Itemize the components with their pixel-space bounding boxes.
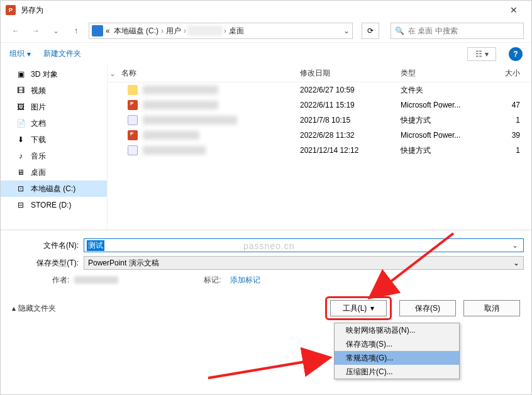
menu-save-options[interactable]: 保存选项(S)...	[335, 337, 459, 351]
save-fields: 文件名(N): 测试 ⌄ 保存类型(T): PowerPoint 演示文稿 ⌄ …	[1, 230, 531, 293]
cancel-button[interactable]: 取消	[463, 300, 520, 316]
col-type[interactable]: 类型	[401, 68, 489, 79]
drive-icon: ⊟	[16, 200, 26, 210]
sidebar-item-music[interactable]: ♪音乐	[1, 148, 107, 164]
nav-row: ← → ⌄ ↑ « 本地磁盘 (C:) › 用户 › › 桌面 ⌄ ⟳ 🔍	[1, 19, 531, 42]
forward-button[interactable]: →	[28, 23, 43, 38]
download-icon: ⬇	[16, 135, 26, 145]
filename-input[interactable]: 测试 ⌄	[84, 238, 524, 252]
refresh-button[interactable]: ⟳	[362, 23, 379, 39]
chevron-right-icon[interactable]: ›	[184, 26, 186, 35]
powerpoint-file-icon	[128, 130, 138, 140]
chevron-right-icon[interactable]: ›	[224, 26, 226, 35]
file-size: 39	[489, 131, 526, 140]
bottom-bar: ▴隐藏文件夹 工具(L)▾ 保存(S) 取消	[1, 293, 531, 323]
column-headers: ⌄ 名称 修改日期 类型 大小	[108, 65, 531, 82]
tags-label: 标记:	[204, 275, 221, 286]
sidebar-item-desktop[interactable]: 🖥桌面	[1, 164, 107, 181]
file-row[interactable]: 2022/6/11 15:19 Microsoft Power... 47	[108, 97, 531, 113]
file-size: 47	[489, 101, 526, 109]
file-row[interactable]: 2021/12/14 12:12 快捷方式 1	[108, 143, 531, 158]
chevron-down-icon[interactable]: ⌄	[513, 259, 519, 267]
chevron-down-icon: ▾	[370, 304, 374, 313]
breadcrumb-seg[interactable]: 用户	[165, 26, 182, 36]
filetype-label: 保存类型(T):	[8, 258, 79, 269]
author-label: 作者:	[52, 275, 69, 286]
cube-icon: ▣	[16, 69, 26, 79]
menu-map-network[interactable]: 映射网络驱动器(N)...	[335, 323, 459, 337]
filename-redacted	[143, 101, 218, 109]
col-name[interactable]: 名称	[118, 68, 300, 79]
expand-toggle-icon[interactable]: ⌄	[108, 69, 118, 78]
file-list: ⌄ 名称 修改日期 类型 大小 2022/6/27 10:59 文件夹 2022…	[108, 65, 531, 230]
sidebar-item-label: 桌面	[31, 167, 46, 178]
file-row[interactable]: 2022/6/27 10:59 文件夹	[108, 82, 531, 97]
drive-icon: ⊡	[16, 184, 26, 194]
sidebar-item-label: 文档	[31, 118, 46, 129]
file-date: 2022/6/27 10:59	[300, 86, 401, 94]
hide-folders-toggle[interactable]: ▴隐藏文件夹	[12, 303, 56, 314]
filename-label: 文件名(N):	[8, 240, 79, 251]
chevron-down-icon[interactable]: ⌄	[509, 241, 521, 250]
file-type: Microsoft Power...	[401, 131, 489, 140]
file-type: 快捷方式	[401, 115, 489, 126]
file-type: Microsoft Power...	[401, 101, 489, 109]
author-value-redacted[interactable]	[74, 276, 118, 284]
organize-button[interactable]: 组织▾	[9, 48, 31, 59]
sidebar-item-label: STORE (D:)	[31, 201, 71, 209]
menu-compress-pictures[interactable]: 压缩图片(C)...	[335, 365, 459, 379]
breadcrumb-prefix: «	[104, 26, 111, 35]
new-folder-button[interactable]: 新建文件夹	[43, 48, 81, 59]
sidebar: ▣3D 对象 🎞视频 🖼图片 📄文档 ⬇下载 ♪音乐 🖥桌面 ⊡本地磁盘 (C:…	[1, 65, 108, 230]
filename-value: 测试	[87, 240, 104, 251]
address-dropdown-icon[interactable]: ⌄	[343, 26, 350, 35]
file-row[interactable]: 2021/7/8 10:15 快捷方式 1	[108, 113, 531, 128]
menu-general-options[interactable]: 常规选项(G)...	[335, 351, 459, 365]
add-tags-link[interactable]: 添加标记	[230, 275, 260, 286]
recent-dropdown-icon[interactable]: ⌄	[48, 23, 64, 38]
filetype-select[interactable]: PowerPoint 演示文稿 ⌄	[84, 256, 524, 270]
breadcrumb-seg-redacted[interactable]	[187, 26, 223, 36]
col-size[interactable]: 大小	[489, 68, 526, 79]
search-icon: 🔍	[395, 26, 404, 35]
tools-button[interactable]: 工具(L)▾	[330, 300, 387, 316]
save-button[interactable]: 保存(S)	[399, 300, 456, 316]
close-button[interactable]: ✕	[501, 1, 526, 19]
sidebar-item-documents[interactable]: 📄文档	[1, 115, 107, 131]
sidebar-item-label: 3D 对象	[31, 69, 58, 80]
help-button[interactable]: ?	[509, 47, 523, 61]
file-row[interactable]: 2022/6/28 11:32 Microsoft Power... 39	[108, 128, 531, 143]
window-title: 另存为	[21, 5, 43, 16]
sidebar-item-label: 本地磁盘 (C:)	[31, 184, 75, 194]
chevron-right-icon[interactable]: ›	[161, 26, 163, 35]
sidebar-item-drive-d[interactable]: ⊟STORE (D:)	[1, 197, 107, 213]
sidebar-item-3d[interactable]: ▣3D 对象	[1, 66, 107, 82]
search-box[interactable]: 🔍	[391, 23, 524, 39]
sidebar-item-drive-c[interactable]: ⊡本地磁盘 (C:)	[1, 181, 107, 197]
chevron-up-icon: ▴	[12, 304, 16, 313]
file-date: 2021/7/8 10:15	[300, 116, 401, 125]
view-mode-button[interactable]: ☷▾	[467, 47, 496, 61]
filename-redacted	[143, 86, 218, 94]
back-button[interactable]: ←	[8, 23, 23, 38]
sidebar-item-downloads[interactable]: ⬇下载	[1, 131, 107, 148]
titlebar: P 另存为 ✕	[1, 1, 531, 19]
address-bar[interactable]: « 本地磁盘 (C:) › 用户 › › 桌面 ⌄	[89, 23, 353, 39]
sidebar-item-label: 音乐	[31, 151, 46, 162]
annotation-highlight: 工具(L)▾	[325, 296, 392, 320]
breadcrumb-seg[interactable]: 桌面	[228, 26, 245, 36]
breadcrumb-seg[interactable]: 本地磁盘 (C:)	[113, 26, 160, 36]
music-icon: ♪	[16, 151, 26, 161]
document-icon: 📄	[16, 118, 26, 128]
col-date[interactable]: 修改日期	[300, 68, 401, 79]
folder-icon	[128, 85, 138, 95]
chevron-down-icon: ▾	[27, 50, 31, 58]
sidebar-item-pictures[interactable]: 🖼图片	[1, 99, 107, 115]
sidebar-item-videos[interactable]: 🎞视频	[1, 82, 107, 99]
file-size: 1	[489, 116, 526, 125]
search-input[interactable]	[408, 26, 519, 35]
up-button[interactable]: ↑	[69, 23, 84, 38]
toolbar: 组织▾ 新建文件夹 ☷▾ ?	[1, 42, 531, 65]
file-size: 1	[489, 146, 526, 155]
powerpoint-file-icon	[128, 100, 138, 110]
